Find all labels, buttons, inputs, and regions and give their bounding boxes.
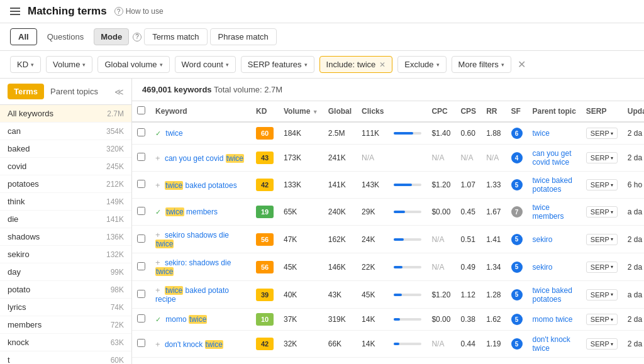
global-column-header[interactable]: Global — [323, 101, 357, 122]
tab-phrase-match[interactable]: Phrase match — [210, 28, 277, 45]
serp-cell[interactable]: SERP▾ — [581, 253, 623, 281]
serp-dropdown[interactable]: SERP▾ — [586, 262, 618, 273]
clicks-column-header[interactable]: Clicks — [357, 101, 389, 122]
add-icon[interactable]: + — [155, 230, 160, 240]
include-filter[interactable]: Include: twice ✕ — [319, 56, 393, 73]
row-checkbox[interactable] — [137, 262, 145, 270]
parent-topic-link[interactable]: sekiro — [533, 263, 553, 272]
row-checkbox[interactable] — [137, 314, 145, 323]
sidebar-item[interactable]: baked320K — [0, 140, 131, 158]
sidebar-tab-parent-topics[interactable]: Parent topics — [44, 84, 104, 99]
sidebar-item[interactable]: covid245K — [0, 158, 131, 175]
volume-filter[interactable]: Volume ▾ — [46, 56, 92, 73]
add-icon[interactable]: + — [155, 180, 160, 190]
row-checkbox[interactable] — [137, 290, 145, 298]
serp-cell[interactable]: SERP▾ — [581, 199, 623, 226]
row-checkbox[interactable] — [137, 339, 145, 347]
keyword-link[interactable]: sekiro shadows die twice — [155, 231, 229, 248]
serp-cell[interactable]: SERP▾ — [581, 122, 623, 145]
add-icon[interactable]: + — [155, 339, 160, 349]
keyword-link[interactable]: twice members — [165, 207, 218, 216]
serp-features-filter[interactable]: SERP features ▾ — [241, 56, 314, 73]
row-checkbox-cell[interactable] — [132, 253, 150, 281]
tab-terms-match[interactable]: Terms match — [144, 28, 207, 45]
sidebar-item[interactable]: All keywords2.7M — [0, 105, 131, 123]
parent-topic-link[interactable]: twice members — [533, 203, 576, 221]
menu-icon[interactable] — [10, 8, 20, 15]
kd-filter[interactable]: KD ▾ — [10, 56, 41, 73]
sidebar-item[interactable]: think149K — [0, 193, 131, 211]
keyword-link[interactable]: twice baked potato recipe — [155, 286, 229, 304]
keyword-link[interactable]: momo twice — [165, 315, 207, 324]
serp-dropdown[interactable]: SERP▾ — [586, 234, 618, 245]
serp-cell[interactable]: SERP▾ — [581, 145, 623, 172]
parent-topic-link[interactable]: twice — [533, 129, 550, 138]
sidebar-item[interactable]: potato98K — [0, 281, 131, 299]
collapse-sidebar-button[interactable]: ≪ — [114, 87, 124, 97]
parent-topic-column-header[interactable]: Parent topic — [528, 101, 581, 122]
volume-column-header[interactable]: Volume ▼ — [279, 101, 323, 122]
parent-topic-link[interactable]: sekiro — [533, 235, 553, 244]
global-volume-filter[interactable]: Global volume ▾ — [97, 56, 169, 73]
more-filters[interactable]: More filters ▾ — [452, 56, 511, 73]
rr-column-header[interactable]: RR — [481, 101, 506, 122]
select-all-checkbox[interactable] — [137, 106, 145, 114]
row-checkbox[interactable] — [137, 180, 145, 188]
keyword-link[interactable]: twice baked potatoes — [165, 181, 237, 190]
add-icon[interactable]: + — [155, 258, 160, 267]
sidebar-item[interactable]: can354K — [0, 123, 131, 140]
serp-column-header[interactable]: SERP — [581, 101, 623, 122]
updated-column-header[interactable]: Upda... — [623, 101, 644, 122]
exclude-filter[interactable]: Exclude ▾ — [397, 56, 446, 73]
serp-dropdown[interactable]: SERP▾ — [586, 179, 618, 190]
sidebar-tab-terms[interactable]: Terms — [8, 84, 44, 99]
cps-column-header[interactable]: CPS — [455, 101, 481, 122]
serp-dropdown[interactable]: SERP▾ — [586, 206, 618, 218]
keyword-link[interactable]: sekiro: shadows die twice — [155, 258, 231, 276]
close-icon[interactable]: ✕ — [379, 60, 386, 69]
serp-dropdown[interactable]: SERP▾ — [586, 152, 618, 163]
row-checkbox-cell[interactable] — [132, 281, 150, 309]
sidebar-item[interactable]: t60K — [0, 351, 131, 364]
tab-questions[interactable]: Questions — [40, 29, 92, 45]
row-checkbox[interactable] — [137, 207, 145, 215]
keyword-link[interactable]: twice — [165, 129, 182, 138]
row-checkbox[interactable] — [137, 234, 145, 243]
clear-all-filters-button[interactable]: ✕ — [516, 57, 527, 72]
parent-topic-link[interactable]: don't knock twice — [533, 335, 576, 353]
sidebar-item[interactable]: day99K — [0, 263, 131, 281]
table-scroll[interactable]: Keyword KD Volume ▼ Global Clicks CPC CP… — [132, 101, 644, 364]
cpc-column-header[interactable]: CPC — [426, 101, 455, 122]
serp-cell[interactable]: SERP▾ — [581, 309, 623, 331]
serp-cell[interactable]: SERP▾ — [581, 226, 623, 253]
word-count-filter[interactable]: Word count ▾ — [175, 56, 236, 73]
serp-dropdown[interactable]: SERP▾ — [586, 289, 618, 301]
sidebar-item[interactable]: sekiro132K — [0, 246, 131, 263]
serp-dropdown[interactable]: SERP▾ — [586, 338, 618, 350]
parent-topic-link[interactable]: twice baked potatoes — [533, 286, 576, 304]
sidebar-item[interactable]: potatoes212K — [0, 175, 131, 193]
row-checkbox-cell[interactable] — [132, 226, 150, 253]
serp-dropdown[interactable]: SERP▾ — [586, 128, 618, 139]
parent-topic-link[interactable]: can you get covid twice — [533, 149, 576, 167]
keyword-link[interactable]: don't knock twice — [165, 340, 223, 349]
serp-dropdown[interactable]: SERP▾ — [586, 314, 618, 325]
select-all-header[interactable] — [132, 101, 150, 122]
parent-topic-link[interactable]: twice baked potatoes — [533, 176, 576, 194]
add-icon[interactable]: + — [155, 285, 160, 295]
row-checkbox-cell[interactable] — [132, 145, 150, 172]
tab-all[interactable]: All — [10, 28, 37, 45]
serp-cell[interactable]: SERP▾ — [581, 331, 623, 358]
add-icon[interactable]: + — [155, 153, 160, 163]
row-checkbox-cell[interactable] — [132, 199, 150, 226]
sidebar-item[interactable]: shadows136K — [0, 228, 131, 246]
sidebar-item[interactable]: knock63K — [0, 334, 131, 351]
keyword-column-header[interactable]: Keyword — [150, 101, 251, 122]
serp-cell[interactable]: SERP▾ — [581, 281, 623, 309]
row-checkbox-cell[interactable] — [132, 172, 150, 199]
sidebar-item[interactable]: lyrics74K — [0, 299, 131, 316]
row-checkbox-cell[interactable] — [132, 122, 150, 145]
sidebar-item[interactable]: members72K — [0, 316, 131, 334]
keyword-link[interactable]: can you get covid twice — [165, 154, 244, 163]
row-checkbox-cell[interactable] — [132, 331, 150, 358]
